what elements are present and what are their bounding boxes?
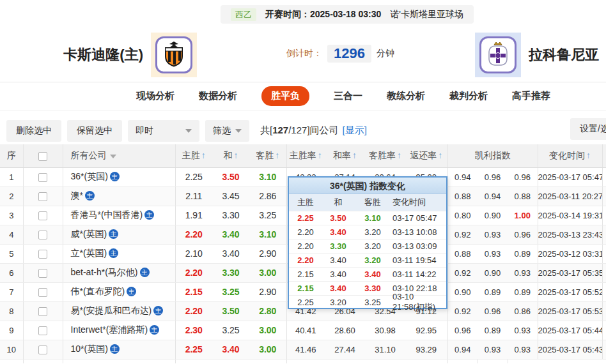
odds-value[interactable]: 3.00 bbox=[259, 344, 276, 354]
odds-value[interactable]: 3.25 bbox=[222, 325, 239, 335]
draw-odds-cell[interactable]: 3.25 bbox=[212, 321, 249, 340]
sort-up-icon[interactable]: ↑ bbox=[275, 150, 279, 160]
odds-value[interactable]: 2.20 bbox=[185, 229, 203, 239]
company-cell[interactable]: 澳*主 bbox=[63, 186, 175, 206]
tab-裁判分析[interactable]: 裁判分析 bbox=[449, 90, 488, 102]
filter-select[interactable]: 筛选 bbox=[205, 120, 249, 142]
away-odds-cell[interactable]: 3.00 bbox=[249, 321, 286, 340]
away-odds-cell[interactable]: 2.86 bbox=[249, 186, 286, 206]
home-odds-cell[interactable]: 2.20 bbox=[175, 263, 212, 282]
odds-value[interactable]: 2.20 bbox=[185, 268, 203, 278]
odds-value[interactable]: 3.40 bbox=[222, 248, 239, 259]
away-odds-cell[interactable]: 2.90 bbox=[249, 244, 286, 263]
settings-select-button[interactable]: 设置/选择 bbox=[570, 118, 606, 140]
row-checkbox[interactable] bbox=[38, 231, 47, 239]
row-checkbox[interactable] bbox=[38, 211, 47, 220]
company-cell[interactable]: 伟*(直布罗陀)主 bbox=[63, 282, 175, 301]
sort-up-icon[interactable]: ↑ bbox=[201, 150, 206, 160]
draw-odds-cell[interactable]: 3.40 bbox=[212, 244, 249, 263]
row-checkbox[interactable] bbox=[38, 326, 47, 335]
odds-value[interactable]: 3.25 bbox=[222, 287, 239, 297]
row-checkbox[interactable] bbox=[38, 288, 47, 297]
odds-value[interactable]: 2.11 bbox=[185, 191, 202, 201]
odds-value[interactable]: 3.25 bbox=[259, 210, 276, 220]
tab-现场分析[interactable]: 现场分析 bbox=[136, 90, 175, 102]
company-name[interactable]: Interwet*(塞浦路斯) bbox=[71, 324, 148, 335]
sort-up-icon[interactable]: ↑ bbox=[318, 150, 322, 160]
odds-value[interactable]: 3.50 bbox=[222, 306, 239, 316]
draw-odds-cell[interactable]: 3.45 bbox=[212, 186, 249, 206]
draw-odds-cell[interactable]: 3.30 bbox=[212, 263, 249, 282]
odds-value[interactable]: 1.91 bbox=[185, 210, 203, 220]
odds-value[interactable]: 3.30 bbox=[222, 210, 239, 220]
odds-value[interactable]: 3.10 bbox=[259, 229, 276, 239]
draw-odds-cell[interactable]: 3.40 bbox=[212, 225, 249, 244]
draw-odds-cell[interactable]: 3.40 bbox=[212, 340, 249, 359]
away-odds-cell[interactable]: 2.80 bbox=[249, 301, 286, 321]
home-odds-cell[interactable]: 2.10 bbox=[175, 244, 212, 263]
show-link[interactable]: [显示] bbox=[343, 125, 367, 135]
odds-value[interactable]: 3.40 bbox=[222, 229, 239, 239]
company-name[interactable]: 36*(英国) bbox=[71, 171, 108, 181]
company-cell[interactable]: 威*(英国)主 bbox=[63, 225, 175, 244]
company-cell[interactable]: Interwet*(塞浦路斯)主 bbox=[63, 321, 175, 340]
company-name[interactable]: 易*(安提瓜和巴布达) bbox=[71, 305, 152, 315]
away-odds-cell[interactable]: 3.25 bbox=[249, 206, 286, 225]
company-name[interactable]: 10*(英国) bbox=[71, 344, 108, 354]
tab-数据分析[interactable]: 数据分析 bbox=[199, 90, 237, 102]
chevron-down-icon[interactable] bbox=[110, 155, 116, 158]
company-name[interactable]: 威*(英国) bbox=[71, 229, 107, 239]
draw-odds-cell[interactable]: 3.50 bbox=[212, 167, 249, 186]
tab-高手推荐[interactable]: 高手推荐 bbox=[512, 90, 550, 102]
odds-value[interactable]: 2.25 bbox=[185, 172, 203, 182]
row-checkbox[interactable] bbox=[38, 250, 47, 259]
away-odds-cell[interactable]: 3.10 bbox=[249, 225, 286, 244]
home-odds-cell[interactable]: 1.91 bbox=[175, 206, 212, 225]
row-checkbox[interactable] bbox=[38, 173, 47, 182]
instant-odds-select[interactable]: 即时 bbox=[128, 120, 199, 142]
home-odds-cell[interactable]: 2.20 bbox=[175, 225, 212, 244]
row-checkbox[interactable] bbox=[38, 192, 47, 201]
odds-value[interactable]: 3.30 bbox=[222, 268, 239, 278]
league-badge[interactable]: 西乙 bbox=[231, 8, 256, 21]
company-cell[interactable]: 36*(英国)主 bbox=[63, 167, 175, 186]
draw-odds-cell[interactable]: 3.50 bbox=[212, 301, 249, 321]
sort-up-icon[interactable]: ↑ bbox=[586, 150, 591, 160]
row-checkbox[interactable] bbox=[38, 269, 47, 278]
delete-selected-button[interactable]: 删除选中 bbox=[6, 120, 61, 142]
sort-up-icon[interactable]: ↑ bbox=[397, 150, 401, 160]
odds-value[interactable]: 3.45 bbox=[222, 191, 239, 201]
company-cell[interactable]: bet-at-h*(马尔他)主 bbox=[63, 263, 175, 282]
sort-up-icon[interactable]: ↑ bbox=[438, 150, 442, 160]
odds-value[interactable]: 3.10 bbox=[259, 172, 276, 182]
away-odds-cell[interactable]: 2.90 bbox=[249, 282, 286, 301]
company-name[interactable]: 立*(英国) bbox=[71, 248, 107, 258]
away-odds-cell[interactable]: 3.10 bbox=[249, 167, 286, 186]
odds-value[interactable]: 2.86 bbox=[259, 191, 276, 201]
company-name[interactable]: 澳* bbox=[71, 190, 83, 201]
sort-up-icon[interactable]: ↑ bbox=[352, 150, 357, 160]
company-name[interactable]: bet-at-h*(马尔他) bbox=[71, 267, 138, 277]
home-odds-cell[interactable]: 2.20 bbox=[175, 301, 212, 321]
keep-selected-button[interactable]: 保留选中 bbox=[67, 120, 122, 142]
odds-value[interactable]: 3.50 bbox=[222, 172, 239, 182]
home-odds-cell[interactable]: 2.15 bbox=[175, 282, 212, 301]
company-cell[interactable]: 立*(英国)主 bbox=[63, 244, 175, 263]
odds-value[interactable]: 2.10 bbox=[185, 248, 203, 259]
tab-教练分析[interactable]: 教练分析 bbox=[387, 90, 425, 102]
odds-value[interactable]: 2.80 bbox=[259, 306, 276, 316]
company-cell[interactable]: 易*(安提瓜和巴布达)主 bbox=[63, 301, 175, 321]
odds-value[interactable]: 3.40 bbox=[222, 344, 239, 354]
odds-value[interactable]: 2.20 bbox=[185, 306, 203, 316]
tab-三合一[interactable]: 三合一 bbox=[334, 90, 362, 102]
company-cell[interactable]: 香港马*(中国香港)主 bbox=[63, 206, 175, 225]
company-name[interactable]: 香港马*(中国香港) bbox=[71, 209, 143, 220]
odds-value[interactable]: 2.25 bbox=[185, 344, 203, 354]
tab-胜平负[interactable]: 胜平负 bbox=[261, 86, 309, 106]
draw-odds-cell[interactable]: 3.30 bbox=[212, 206, 249, 225]
row-checkbox[interactable] bbox=[38, 307, 47, 316]
home-odds-cell[interactable]: 2.25 bbox=[175, 340, 212, 359]
row-checkbox[interactable] bbox=[38, 345, 47, 354]
odds-value[interactable]: 2.15 bbox=[185, 287, 203, 297]
home-odds-cell[interactable]: 2.25 bbox=[175, 167, 212, 186]
